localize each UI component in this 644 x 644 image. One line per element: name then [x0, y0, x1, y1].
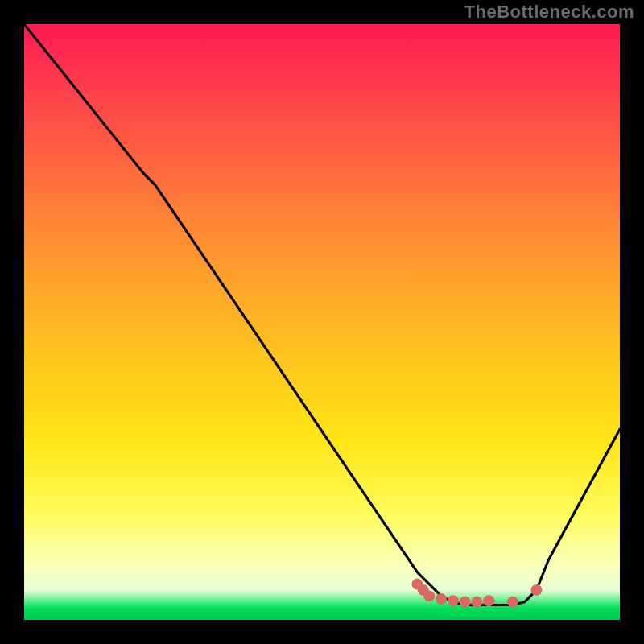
highlight-dot [448, 595, 459, 606]
highlight-dot [507, 597, 518, 608]
chart-frame: TheBottleneck.com [0, 0, 644, 644]
plot-area [24, 24, 620, 620]
highlight-dot [423, 590, 435, 601]
curve-layer [24, 24, 620, 620]
highlight-dot [471, 597, 482, 608]
highlight-dot [483, 595, 494, 606]
highlight-dot [460, 597, 471, 608]
highlight-dot [436, 593, 447, 605]
watermark-text: TheBottleneck.com [464, 2, 634, 23]
bottleneck-curve [24, 24, 620, 605]
highlight-dot [530, 584, 542, 596]
